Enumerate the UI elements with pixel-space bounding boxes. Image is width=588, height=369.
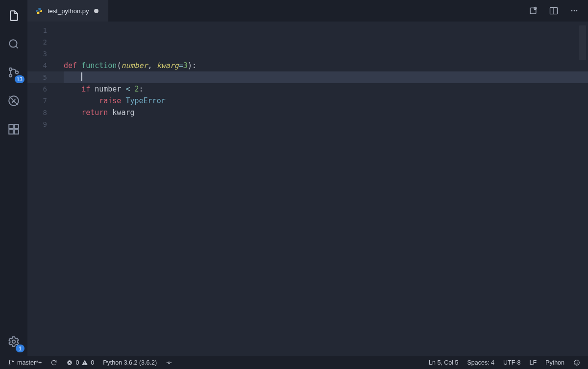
encoding-label: UTF-8	[503, 359, 520, 366]
eol-status[interactable]: LF	[526, 356, 539, 369]
warning-count: 0	[91, 359, 94, 366]
scm-badge: 13	[15, 75, 24, 83]
more-actions-icon[interactable]	[567, 4, 581, 18]
svg-point-15	[576, 10, 578, 12]
settings-gear-icon[interactable]: 1	[4, 332, 24, 351]
debug-disabled-icon[interactable]	[4, 91, 24, 111]
branch-name: master*+	[17, 359, 42, 366]
code-line[interactable]	[64, 48, 588, 60]
dirty-indicator-icon	[94, 9, 98, 13]
line-number: 1	[27, 24, 47, 36]
svg-point-22	[574, 360, 580, 366]
code-line[interactable]: return kwarg	[64, 107, 588, 118]
svg-point-3	[16, 71, 18, 73]
extensions-icon[interactable]	[4, 119, 24, 139]
line-number: 6	[27, 83, 47, 95]
explorer-icon[interactable]	[4, 6, 24, 25]
svg-point-1	[9, 68, 12, 70]
tab-filename: test_python.py	[48, 7, 89, 15]
code-line[interactable]: def function(number, kwarg=3):	[64, 60, 588, 71]
svg-point-18	[12, 361, 13, 362]
line-number: 2	[27, 36, 47, 48]
svg-point-0	[9, 40, 17, 47]
warning-icon	[81, 359, 88, 366]
svg-point-16	[9, 360, 10, 361]
line-number: 8	[27, 107, 47, 118]
code-line[interactable]	[64, 71, 588, 83]
git-branch-icon	[8, 359, 15, 366]
indentation-status[interactable]: Spaces: 4	[464, 356, 497, 369]
language-label: Python	[545, 359, 564, 366]
sync-icon	[50, 359, 57, 366]
svg-point-23	[576, 362, 576, 362]
tab-bar: test_python.py	[27, 0, 588, 22]
code-line[interactable]: if number < 2:	[64, 83, 588, 95]
eol-label: LF	[529, 359, 537, 366]
code-line[interactable]	[64, 36, 588, 48]
python-file-icon	[35, 7, 43, 15]
commit-icon	[166, 359, 172, 366]
svg-point-24	[577, 362, 578, 362]
source-control-icon[interactable]: 13	[4, 63, 24, 82]
svg-point-9	[12, 340, 16, 344]
line-number: 3	[27, 48, 47, 60]
open-changes-icon[interactable]	[526, 4, 540, 18]
cursor-position-status[interactable]: Ln 5, Col 5	[426, 356, 461, 369]
tab-test-python[interactable]: test_python.py	[27, 0, 108, 22]
interpreter-label: Python 3.6.2 (3.6.2)	[103, 359, 157, 366]
editor[interactable]: 123456789 def function(number, kwarg=3):…	[27, 22, 588, 356]
problems-status[interactable]: 0 0	[63, 356, 97, 369]
indentation-label: Spaces: 4	[467, 359, 494, 366]
sync-status[interactable]	[48, 356, 60, 369]
svg-rect-7	[9, 130, 13, 134]
git-commit-status[interactable]	[163, 356, 175, 369]
encoding-status[interactable]: UTF-8	[500, 356, 523, 369]
code-line[interactable]	[64, 24, 588, 36]
svg-point-21	[168, 362, 170, 364]
feedback-status[interactable]	[570, 356, 583, 369]
error-icon	[66, 359, 73, 366]
cursor-position: Ln 5, Col 5	[429, 359, 458, 366]
svg-point-20	[85, 364, 85, 364]
language-mode-status[interactable]: Python	[542, 356, 567, 369]
settings-badge: 1	[16, 345, 24, 352]
search-icon[interactable]	[4, 34, 24, 54]
svg-point-17	[9, 364, 10, 365]
code-line[interactable]	[64, 118, 588, 130]
split-editor-icon[interactable]	[547, 4, 561, 18]
smiley-icon	[573, 359, 580, 366]
code-area[interactable]: def function(number, kwarg=3): if number…	[54, 22, 588, 356]
line-number: 7	[27, 95, 47, 107]
line-number: 5	[27, 71, 47, 83]
svg-point-13	[571, 10, 573, 12]
svg-rect-8	[14, 130, 19, 134]
svg-rect-5	[9, 124, 13, 129]
error-count: 0	[75, 359, 79, 366]
activity-bar: 13 1	[0, 0, 27, 356]
line-number: 9	[27, 118, 47, 130]
line-number-gutter: 123456789	[27, 22, 54, 356]
code-line[interactable]: raise TypeError	[64, 95, 588, 107]
status-bar: master*+ 0 0 Python 3.6.2 (3.6.2) Ln 5, …	[0, 356, 588, 369]
python-interpreter-status[interactable]: Python 3.6.2 (3.6.2)	[100, 356, 160, 369]
line-number: 4	[27, 60, 47, 71]
svg-point-2	[9, 74, 12, 77]
text-cursor	[81, 72, 82, 81]
svg-rect-6	[14, 124, 19, 129]
git-branch-status[interactable]: master*+	[5, 356, 45, 369]
svg-point-14	[574, 10, 575, 12]
